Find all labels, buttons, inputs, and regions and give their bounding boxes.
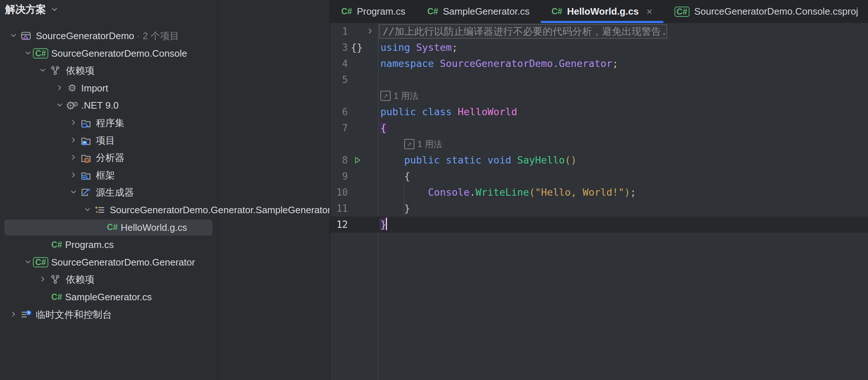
tree-item-SampleGenerator.cs[interactable]: C#SampleGenerator.cs <box>0 288 218 306</box>
fold-braces-icon[interactable]: {} <box>351 39 363 56</box>
code-line-3: 3{}using System; <box>330 39 868 56</box>
tree-item-label: SourceGeneratorDemo.Generator <box>51 256 195 268</box>
line-number: 3 <box>330 39 348 56</box>
usages-inlay-hint[interactable]: ↗1 用法 <box>404 136 442 152</box>
usages-inlay-hint[interactable]: ↗1 用法 <box>380 88 418 104</box>
code-editor[interactable]: 1//加上此行以防止编译器进行不必要的代码分析，避免出现警告...3{}usin… <box>330 23 868 380</box>
solution-explorer-header[interactable]: 解决方案 <box>5 3 59 16</box>
code-text: { <box>380 120 386 136</box>
csproj-icon: C# <box>35 257 46 268</box>
gears-icon: ⚙⚙ <box>67 100 78 111</box>
tree-item--[interactable]: 临时文件和控制台 <box>0 306 218 323</box>
chevron-right-icon[interactable] <box>69 153 79 163</box>
tree-row-highlight <box>4 271 213 287</box>
tree-row-highlight <box>4 63 213 79</box>
tree-item-label: SourceGeneratorDemo.Console <box>51 48 187 59</box>
ide-window: 解决方案 SourceGeneratorDemo · 2 个项目C#Source… <box>0 0 868 380</box>
chevron-right-icon[interactable] <box>9 309 19 320</box>
line-number: 6 <box>330 104 348 120</box>
code-line-5: 5 <box>330 72 868 88</box>
editor-tab-bar: C#Program.csC#SampleGenerator.csC#HelloW… <box>330 0 868 23</box>
csharp-icon: C# <box>427 7 438 16</box>
code-line-11: 11} <box>330 200 868 217</box>
code-text: { <box>404 168 410 184</box>
solution-header-title: 解决方案 <box>5 3 46 16</box>
editor-tab-HelloWorld.g.cs[interactable]: C#HelloWorld.g.cs× <box>541 0 664 23</box>
tree-item-.NET-9.0[interactable]: ⚙⚙.NET 9.0 <box>0 97 218 114</box>
editor-tab-Program.cs[interactable]: C#Program.cs <box>330 0 416 23</box>
chevron-down-icon[interactable] <box>55 100 65 110</box>
chevron-down-icon[interactable] <box>83 205 93 215</box>
chevron-down-icon[interactable] <box>9 31 19 41</box>
editor-pane: C#Program.csC#SampleGenerator.csC#HelloW… <box>330 0 868 380</box>
code-line-8: 8public static void SayHello() <box>330 152 868 168</box>
chevron-down-icon[interactable] <box>23 257 34 267</box>
tree-item-label: 分析器 <box>96 151 124 164</box>
folder-generator-icon <box>80 187 91 198</box>
csharp-file-icon: C# <box>107 222 118 233</box>
tree-item-HelloWorld.g.cs[interactable]: C#HelloWorld.g.cs <box>0 219 218 236</box>
line-number: 5 <box>330 72 348 88</box>
chevron-right-icon[interactable] <box>69 170 79 180</box>
tree-item-Program.cs[interactable]: C#Program.cs <box>0 236 218 253</box>
editor-tab-SampleGenerator.cs[interactable]: C#SampleGenerator.cs <box>416 0 540 23</box>
inlay-hint-row: ↗1 用法 <box>330 136 868 152</box>
tree-item-Import[interactable]: ⚙Import <box>0 79 218 97</box>
tree-item-SourceGeneratorDemo.Generator[interactable]: C#SourceGeneratorDemo.Generator <box>0 253 218 271</box>
tab-label: HelloWorld.g.cs <box>567 6 639 17</box>
tree-item--[interactable]: 源生成器 <box>0 184 218 201</box>
code-text: } <box>404 200 410 217</box>
chevron-down-icon <box>50 5 59 14</box>
chevron-right-icon[interactable] <box>69 118 79 128</box>
tree-item-label: SampleGenerator.cs <box>65 291 152 303</box>
csharp-icon: C# <box>552 7 562 16</box>
tree-item--[interactable]: 依赖项 <box>0 62 218 79</box>
gear-icon: ⚙ <box>67 83 78 94</box>
tab-label: SampleGenerator.cs <box>443 6 530 17</box>
csharp-file-icon: C# <box>51 291 62 302</box>
tree-item-SourceGeneratorDemo[interactable]: SourceGeneratorDemo · 2 个项目 <box>0 27 218 45</box>
chevron-right-icon[interactable] <box>69 135 79 146</box>
line-number: 11 <box>330 200 348 217</box>
folded-region[interactable]: //加上此行以防止编译器进行不必要的代码分析，避免出现警告... <box>379 24 667 39</box>
scratches-icon <box>20 309 31 320</box>
tree-item-label: SourceGeneratorDemo.Generator.SampleGene… <box>110 204 331 216</box>
panel-seam <box>218 0 218 380</box>
fold-collapsed-icon[interactable] <box>365 26 376 37</box>
folder-project-icon <box>80 135 91 146</box>
chevron-right-icon[interactable] <box>55 83 65 93</box>
tree-item--[interactable]: 依赖项 <box>0 271 218 288</box>
tree-item--[interactable]: 项目 <box>0 132 218 149</box>
folded-comment: //加上此行以防止编译器进行不必要的代码分析，避免出现警告... <box>380 25 666 38</box>
csharp-icon: C# <box>675 7 689 17</box>
chevron-down-icon[interactable] <box>38 65 48 76</box>
generator-node-icon <box>94 204 105 215</box>
tree-item-label: 源生成器 <box>96 186 134 199</box>
editor-tab-SourceGeneratorDemo.Console.csproj[interactable]: C#SourceGeneratorDemo.Console.csproj <box>664 0 868 23</box>
chevron-down-icon[interactable] <box>69 187 79 197</box>
chevron-down-icon[interactable] <box>23 48 34 59</box>
tree-item--[interactable]: 程序集 <box>0 114 218 132</box>
close-icon[interactable]: × <box>646 6 652 18</box>
tree-item-label: 依赖项 <box>66 64 94 77</box>
code-line-6: 6public class HelloWorld <box>330 104 868 120</box>
tree-item--[interactable]: 框架 <box>0 166 218 184</box>
tree-item-label: HelloWorld.g.cs <box>121 222 187 233</box>
code-line-9: 9{ <box>330 168 868 184</box>
tree-item-SourceGeneratorDemo.Console[interactable]: C#SourceGeneratorDemo.Console <box>0 45 218 62</box>
line-number: 4 <box>330 56 348 72</box>
folder-framework-icon <box>80 170 91 181</box>
code-text: public class HelloWorld <box>380 104 517 120</box>
dependencies-icon <box>50 65 61 76</box>
csharp-file-icon: C# <box>51 239 62 250</box>
run-icon[interactable] <box>352 155 362 165</box>
csharp-icon: C# <box>341 7 352 16</box>
chevron-right-icon[interactable] <box>38 274 48 285</box>
code-line-1: 1//加上此行以防止编译器进行不必要的代码分析，避免出现警告... <box>330 23 868 39</box>
code-line-4: 4namespace SourceGeneratorDemo.Generator… <box>330 56 868 72</box>
code-line-12: 12} <box>330 217 868 233</box>
tree-item-label: 程序集 <box>96 117 124 129</box>
tree-item--[interactable]: 分析器 <box>0 149 218 166</box>
solution-explorer-panel: 解决方案 SourceGeneratorDemo · 2 个项目C#Source… <box>0 0 330 380</box>
tree-item-SourceGeneratorDemo.Generator.SampleGenerator[interactable]: SourceGeneratorDemo.Generator.SampleGene… <box>0 201 218 219</box>
